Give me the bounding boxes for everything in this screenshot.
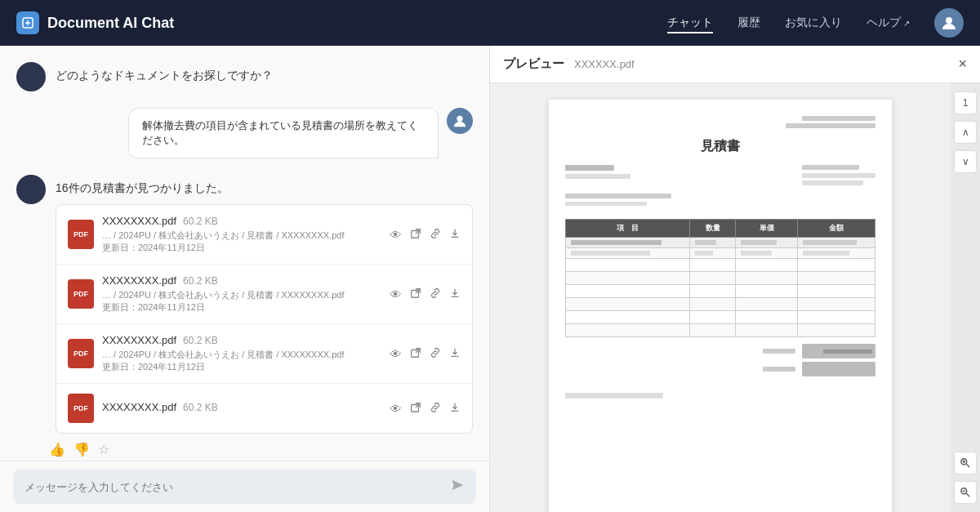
pdf-icon-3: PDF: [68, 339, 94, 368]
download-icon-2[interactable]: [449, 287, 461, 301]
open-icon-3[interactable]: [410, 347, 421, 361]
app-logo: [16, 11, 39, 34]
download-icon-4[interactable]: [449, 402, 461, 416]
page-number-display: 1: [954, 91, 977, 114]
file-name-row-2: XXXXXXXX.pdf 60.2 KB: [102, 274, 381, 287]
user-avatar[interactable]: [934, 8, 964, 38]
svg-line-18: [966, 493, 969, 496]
file-name-row-1: XXXXXXXX.pdf 60.2 KB: [102, 215, 381, 227]
table-row-3: [566, 259, 875, 272]
table-header-item: 項 目: [566, 220, 690, 238]
chat-panel: どのようなドキュメントをお探しですか？ 解体撤去費の項目が含まれている見積書の場…: [0, 46, 490, 512]
file-info-1: XXXXXXXX.pdf 60.2 KB … / 2024PU / 株式会社あい…: [102, 215, 381, 254]
thumbs-up-icon[interactable]: 👍: [49, 442, 65, 457]
nav-favorites[interactable]: お気に入り: [785, 12, 842, 33]
zoom-out-button[interactable]: [954, 481, 977, 504]
file-path-2: … / 2024PU / 株式会社あいうえお / 見積書 / XXXXXXXX.…: [102, 289, 381, 301]
app-header: Document AI Chat チャット 履歴 お気に入り ヘルプ ↗: [0, 0, 980, 46]
download-icon-3[interactable]: [449, 347, 461, 361]
file-name-1: XXXXXXXX.pdf: [102, 215, 176, 227]
bot-question-text: どのようなドキュメントをお探しですか？: [56, 62, 273, 83]
link-icon-1[interactable]: [430, 228, 441, 242]
svg-point-3: [946, 17, 952, 24]
nav-help[interactable]: ヘルプ ↗: [866, 12, 910, 33]
feedback-bar: 👍 👎 ☆: [0, 435, 489, 461]
zoom-in-button[interactable]: [954, 452, 977, 474]
file-date-1: 更新日：2024年11月12日: [102, 242, 381, 254]
file-name-row-3: XXXXXXXX.pdf 60.2 KB: [102, 334, 381, 346]
link-icon-3[interactable]: [430, 347, 441, 361]
main-content: どのようなドキュメントをお探しですか？ 解体撤去費の項目が含まれている見積書の場…: [0, 46, 980, 512]
file-path-1: … / 2024PU / 株式会社あいうえお / 見積書 / XXXXXXXX.…: [102, 229, 381, 242]
svg-line-14: [966, 464, 969, 467]
preview-sidebar: 1 ∧ ∨: [951, 83, 980, 512]
eye-icon-4[interactable]: 👁: [390, 402, 402, 416]
eye-icon-2[interactable]: 👁: [390, 287, 402, 301]
file-path-3: … / 2024PU / 株式会社あいうえお / 見積書 / XXXXXXXX.…: [102, 349, 381, 361]
file-actions-1: 👁: [390, 228, 461, 242]
file-size-1: 60.2 KB: [183, 216, 218, 227]
main-nav: チャット 履歴 お気に入り ヘルプ ↗: [667, 8, 964, 38]
file-name-4: XXXXXXXX.pdf: [102, 401, 176, 413]
download-icon-1[interactable]: [449, 228, 461, 242]
link-icon-4[interactable]: [430, 402, 441, 416]
file-info-2: XXXXXXXX.pdf 60.2 KB … / 2024PU / 株式会社あい…: [102, 274, 381, 314]
file-size-4: 60.2 KB: [183, 402, 218, 413]
file-info-3: XXXXXXXX.pdf 60.2 KB … / 2024PU / 株式会社あい…: [102, 334, 381, 373]
eye-icon-3[interactable]: 👁: [390, 347, 402, 361]
result-message: 16件の見積書が見つかりました。 PDF XXXXXXXX.pdf 60.2 K…: [16, 175, 473, 434]
bot-avatar: [16, 62, 46, 91]
thumbs-down-icon[interactable]: 👎: [74, 442, 90, 457]
user-message-avatar: [447, 108, 473, 134]
file-item-1: PDF XXXXXXXX.pdf 60.2 KB … / 2024PU / 株式…: [56, 205, 472, 265]
send-button[interactable]: [450, 478, 465, 496]
star-icon[interactable]: ☆: [98, 442, 109, 457]
table-row-8: [566, 324, 875, 337]
file-list: PDF XXXXXXXX.pdf 60.2 KB … / 2024PU / 株式…: [56, 204, 473, 434]
table-row-2: [566, 248, 875, 259]
svg-line-6: [416, 229, 420, 233]
link-icon-2[interactable]: [430, 287, 441, 301]
user-message-1: 解体撤去費の項目が含まれている見積書の場所を教えてください。: [16, 108, 473, 158]
file-actions-2: 👁: [390, 287, 461, 301]
preview-document: 見積書: [490, 83, 951, 512]
svg-line-8: [416, 288, 420, 292]
table-row-1: [566, 238, 875, 248]
scroll-down-button[interactable]: ∨: [954, 150, 977, 173]
table-row-4: [566, 272, 875, 285]
open-icon-4[interactable]: [410, 402, 421, 416]
chat-input-area: [0, 461, 489, 512]
page-num-text: 1: [963, 97, 969, 109]
file-size-3: 60.2 KB: [183, 335, 218, 346]
file-item-3: PDF XXXXXXXX.pdf 60.2 KB … / 2024PU / 株式…: [56, 324, 472, 384]
chat-input[interactable]: [24, 481, 450, 493]
preview-filename: XXXXXX.pdf: [574, 58, 635, 70]
bot-message-1: どのようなドキュメントをお探しですか？: [16, 62, 473, 91]
table-row-6: [566, 298, 875, 311]
header-left: Document AI Chat: [16, 11, 174, 34]
nav-history[interactable]: 履歴: [737, 12, 760, 33]
eye-icon-1[interactable]: 👁: [390, 228, 402, 242]
file-date-3: 更新日：2024年11月12日: [102, 361, 381, 373]
preview-close-button[interactable]: ×: [958, 56, 967, 73]
svg-line-12: [416, 403, 420, 407]
pdf-icon-4: PDF: [68, 394, 94, 423]
pdf-icon-2: PDF: [68, 279, 94, 309]
table-header-total: 金額: [798, 220, 875, 238]
pdf-icon-1: PDF: [68, 220, 94, 249]
file-item-2: PDF XXXXXXXX.pdf 60.2 KB … / 2024PU / 株式…: [56, 265, 472, 324]
file-actions-4: 👁: [390, 402, 461, 416]
bot-result-avatar: [16, 175, 46, 204]
scroll-up-button[interactable]: ∧: [954, 121, 977, 144]
table-row-7: [566, 311, 875, 324]
nav-chat[interactable]: チャット: [667, 12, 713, 33]
result-header-text: 16件の見積書が見つかりました。: [56, 175, 473, 196]
table-header-qty: 数量: [689, 220, 736, 238]
table-header-price: 単価: [736, 220, 798, 238]
app-title: Document AI Chat: [47, 15, 174, 32]
file-name-row-4: XXXXXXXX.pdf 60.2 KB: [102, 401, 381, 413]
doc-title: 見積書: [565, 138, 875, 155]
chat-messages: どのようなドキュメントをお探しですか？ 解体撤去費の項目が含まれている見積書の場…: [0, 46, 489, 435]
open-icon-2[interactable]: [410, 287, 421, 301]
open-icon-1[interactable]: [410, 228, 421, 242]
